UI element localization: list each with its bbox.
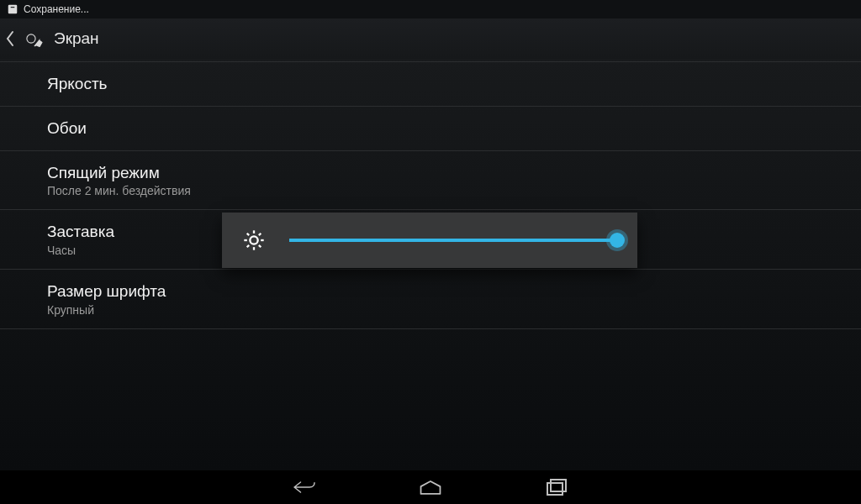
setting-sleep[interactable]: Спящий режим После 2 мин. бездействия bbox=[0, 151, 861, 211]
statusbar-label: Сохранение... bbox=[24, 3, 89, 15]
setting-title: Размер шрифта bbox=[47, 281, 844, 302]
svg-line-11 bbox=[259, 234, 261, 235]
navigation-bar bbox=[0, 470, 861, 504]
setting-wallpaper[interactable]: Обои bbox=[0, 107, 861, 151]
nav-back-button[interactable] bbox=[279, 472, 330, 502]
setting-title: Яркость bbox=[47, 74, 844, 94]
action-bar: Экран bbox=[0, 18, 861, 59]
svg-rect-13 bbox=[551, 480, 566, 491]
svg-line-9 bbox=[259, 245, 261, 247]
slider-fill bbox=[289, 239, 617, 242]
settings-list: Яркость Обои Спящий режим После 2 мин. б… bbox=[0, 62, 861, 329]
status-bar: Сохранение... bbox=[0, 0, 861, 18]
back-caret-icon[interactable] bbox=[5, 30, 15, 47]
save-icon bbox=[7, 3, 18, 15]
brightness-slider[interactable] bbox=[289, 238, 617, 243]
svg-rect-12 bbox=[547, 483, 563, 495]
svg-line-10 bbox=[247, 245, 249, 247]
svg-line-8 bbox=[247, 234, 249, 235]
svg-rect-1 bbox=[10, 7, 15, 8]
settings-gear-icon[interactable] bbox=[17, 24, 45, 53]
svg-point-2 bbox=[27, 34, 34, 42]
nav-recents-button[interactable] bbox=[531, 472, 582, 502]
nav-home-button[interactable] bbox=[405, 472, 456, 502]
setting-font-size[interactable]: Размер шрифта Крупный bbox=[0, 270, 861, 329]
setting-title: Обои bbox=[47, 118, 844, 139]
setting-summary: Крупный bbox=[47, 303, 844, 317]
setting-summary: После 2 мин. бездействия bbox=[47, 184, 844, 197]
page-title: Экран bbox=[54, 29, 99, 48]
brightness-icon bbox=[242, 228, 266, 252]
setting-brightness[interactable]: Яркость bbox=[0, 62, 861, 107]
slider-thumb[interactable] bbox=[610, 233, 625, 248]
brightness-dialog bbox=[222, 213, 637, 268]
setting-title: Спящий режим bbox=[47, 163, 844, 183]
svg-point-3 bbox=[250, 236, 257, 244]
